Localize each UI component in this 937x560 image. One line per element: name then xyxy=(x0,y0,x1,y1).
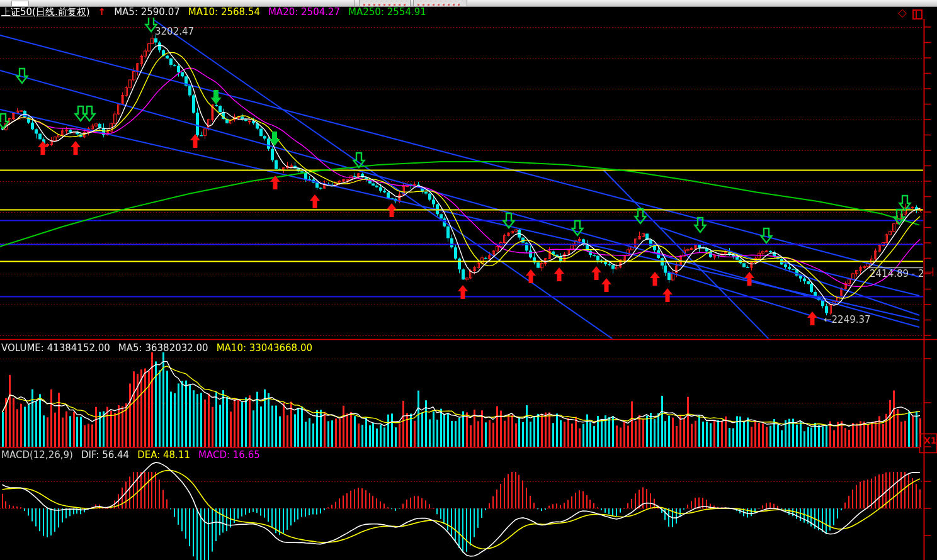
toolbar-separator xyxy=(410,0,411,6)
volume-readout: VOLUME: 41384152.00 xyxy=(1,342,110,354)
kline-chart-canvas[interactable] xyxy=(0,0,937,560)
diamond-icon[interactable]: ◇ xyxy=(898,7,907,18)
price-pane-header: 上证50(日线.前复权) ↑ MA5: 2590.07 MA10: 2568.5… xyxy=(1,6,426,18)
split-window-divider xyxy=(916,11,917,18)
split-window-icon[interactable] xyxy=(912,9,923,20)
toolbar-button[interactable] xyxy=(413,0,467,6)
toolbar-button-text-stub xyxy=(417,4,463,6)
toolbar-button-text-stub xyxy=(363,4,406,6)
volume-ma10-readout: MA10: 33043668.00 xyxy=(217,342,312,354)
toolbar-separator xyxy=(467,0,467,6)
level-price-label: 2414.89 - 2 xyxy=(870,268,924,279)
zoom-level-indicator: X1 xyxy=(924,435,937,445)
ma5-readout: MA5: 2590.07 xyxy=(114,6,180,18)
toolbar-button[interactable] xyxy=(359,0,411,6)
toolbar-separator xyxy=(355,0,355,6)
dif-readout: DIF: 56.44 xyxy=(81,449,129,461)
trend-up-icon: ↑ xyxy=(98,6,106,18)
dea-readout: DEA: 48.11 xyxy=(137,449,190,461)
macd-pane-header: MACD(12,26,9) DIF: 56.44 DEA: 48.11 MACD… xyxy=(1,449,260,461)
ma250-readout: MA250: 2554.91 xyxy=(348,6,426,18)
ma10-readout: MA10: 2568.54 xyxy=(188,6,260,18)
volume-pane-header: VOLUME: 41384152.00 MA5: 36382032.00 MA1… xyxy=(1,342,312,354)
volume-ma5-readout: MA5: 36382032.00 xyxy=(118,342,208,354)
trading-terminal: 上证50(日线.前复权) ↑ MA5: 2590.07 MA10: 2568.5… xyxy=(0,0,937,560)
macd-params-label: MACD(12,26,9) xyxy=(1,449,73,461)
symbol-title[interactable]: 上证50(日线.前复权) xyxy=(1,6,90,18)
peak-price-label: 3202.47 xyxy=(155,26,194,37)
macd-readout: MACD: 16.65 xyxy=(198,449,260,461)
low-price-label: ←2249.37 xyxy=(824,314,871,325)
ma20-readout: MA20: 2504.27 xyxy=(268,6,340,18)
